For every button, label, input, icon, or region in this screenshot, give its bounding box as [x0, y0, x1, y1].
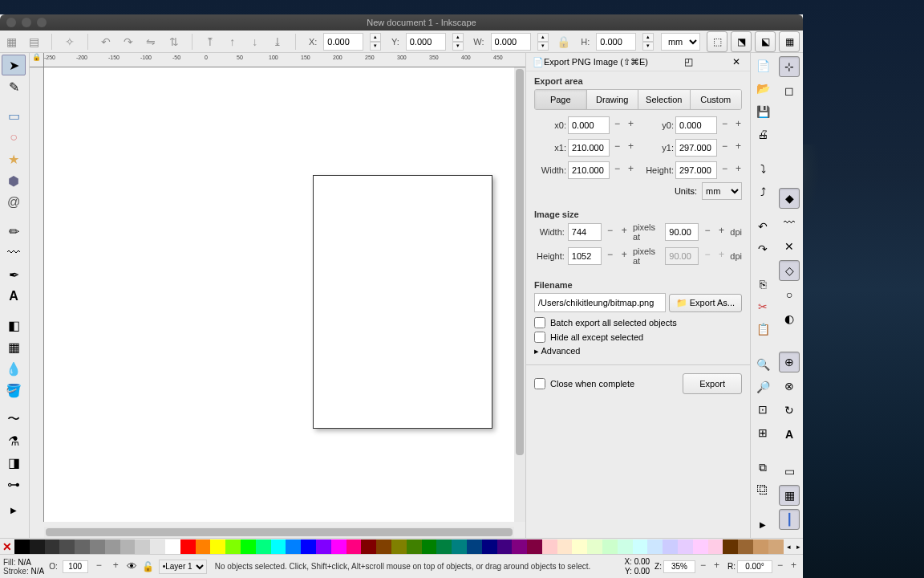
color-swatch[interactable] — [210, 539, 225, 554]
close-window[interactable] — [6, 18, 16, 27]
x-input[interactable] — [323, 33, 363, 51]
rotation-input[interactable] — [737, 560, 772, 573]
3dbox-tool[interactable]: ⬢ — [2, 170, 26, 191]
export-width-input[interactable] — [568, 161, 610, 179]
canvas-scrollbar-horizontal[interactable] — [44, 527, 514, 538]
color-swatch[interactable] — [557, 539, 573, 554]
iw-minus[interactable]: − — [605, 225, 616, 239]
snap-midpoint-icon[interactable]: ◐ — [779, 308, 800, 329]
raise-top-icon[interactable]: ⤒ — [202, 33, 218, 51]
d1-plus[interactable]: + — [716, 225, 727, 239]
color-swatch[interactable] — [120, 539, 136, 554]
rotate-cw-icon[interactable]: ↷ — [120, 33, 136, 51]
d1-minus[interactable]: − — [702, 225, 713, 239]
circle-tool[interactable]: ○ — [2, 127, 26, 148]
export-filename-input[interactable] — [534, 293, 666, 312]
export-tab-custom[interactable]: Custom — [691, 90, 742, 109]
lower-icon[interactable]: ↓ — [247, 33, 263, 51]
color-swatch[interactable] — [225, 539, 241, 554]
h-input[interactable] — [596, 33, 636, 51]
export-tab-page[interactable]: Page — [535, 90, 587, 109]
star-tool[interactable]: ★ — [2, 149, 26, 169]
ruler-lock-icon[interactable]: 🔒 — [30, 53, 44, 67]
paint-bucket-tool[interactable]: 🪣 — [2, 380, 26, 401]
snap-rotation-icon[interactable]: ↻ — [779, 400, 800, 421]
export-units-select[interactable]: mm — [702, 182, 742, 200]
color-swatch[interactable] — [407, 539, 422, 554]
x0-plus[interactable]: + — [625, 118, 637, 132]
unit-select[interactable]: mm — [661, 33, 700, 51]
color-swatch[interactable] — [497, 539, 513, 554]
color-swatch[interactable] — [512, 539, 527, 554]
y-up[interactable]: ▴ — [452, 33, 464, 42]
color-swatch[interactable] — [90, 539, 105, 554]
gradient-tool[interactable]: ◧ — [2, 315, 26, 336]
dropper-tool[interactable]: 💧 — [2, 358, 26, 379]
snap-text-icon[interactable]: A — [779, 424, 800, 445]
connector-tool[interactable]: ⊶ — [2, 474, 26, 495]
snap-page-icon[interactable]: ▭ — [779, 461, 800, 482]
ih-plus[interactable]: + — [618, 249, 630, 263]
snap-bbox-icon[interactable]: ◻ — [779, 80, 800, 101]
eraser-tool[interactable]: ◨ — [2, 452, 26, 473]
color-swatch[interactable] — [301, 539, 316, 554]
color-swatch[interactable] — [346, 539, 362, 554]
lock-aspect-icon[interactable]: 🔒 — [555, 33, 571, 51]
z-plus[interactable]: + — [711, 560, 723, 574]
spiral-tool[interactable]: @ — [2, 192, 26, 213]
zoom-input[interactable] — [663, 560, 695, 573]
export-icon[interactable]: ⤴ — [752, 182, 773, 201]
clone-icon[interactable]: ⿻ — [752, 480, 773, 499]
x-up[interactable]: ▴ — [370, 33, 381, 42]
mesh-tool[interactable]: ▦ — [2, 336, 26, 357]
h-plus[interactable]: + — [732, 163, 744, 177]
palette-scroll-left[interactable]: ◂ — [784, 539, 793, 554]
batch-export-checkbox[interactable] — [534, 317, 545, 328]
x0-minus[interactable]: − — [611, 118, 623, 132]
export-tab-selection[interactable]: Selection — [638, 90, 691, 109]
text-tool[interactable]: A — [2, 286, 26, 307]
color-swatch[interactable] — [316, 539, 331, 554]
affect-corners-icon[interactable]: ⬔ — [731, 31, 752, 52]
color-swatch[interactable] — [663, 539, 678, 554]
vertical-ruler[interactable] — [30, 67, 44, 522]
snap-other-icon[interactable]: ⊕ — [779, 352, 800, 372]
palette-no-color[interactable]: ✕ — [0, 539, 14, 554]
export-y0-input[interactable] — [675, 116, 717, 134]
iw-plus[interactable]: + — [618, 225, 630, 239]
y1-plus[interactable]: + — [732, 140, 744, 155]
z-minus[interactable]: − — [697, 560, 709, 574]
export-x0-input[interactable] — [568, 116, 610, 134]
visibility-icon[interactable]: 👁 — [127, 560, 137, 572]
affect-pattern-icon[interactable]: ▦ — [779, 31, 800, 52]
x1-minus[interactable]: − — [611, 140, 623, 155]
color-swatch[interactable] — [482, 539, 497, 554]
calligraphy-tool[interactable]: ✒ — [2, 264, 26, 285]
paste-icon[interactable]: 📋 — [752, 320, 773, 339]
zoom-in-icon[interactable]: 🔍 — [752, 355, 773, 374]
color-swatch[interactable] — [618, 539, 633, 554]
color-swatch[interactable] — [708, 539, 723, 554]
color-swatch[interactable] — [647, 539, 663, 554]
copy-icon[interactable]: ⎘ — [752, 275, 773, 294]
color-swatch[interactable] — [196, 539, 211, 554]
color-swatch[interactable] — [587, 539, 602, 554]
selector-tool[interactable]: ➤ — [2, 55, 26, 75]
bezier-tool[interactable]: 〰 — [2, 242, 26, 263]
color-swatch[interactable] — [753, 539, 768, 554]
affect-gradient-icon[interactable]: ⬕ — [755, 31, 776, 52]
color-swatch[interactable] — [361, 539, 376, 554]
color-swatch[interactable] — [14, 539, 30, 554]
r-minus[interactable]: − — [774, 560, 786, 574]
deselect-icon[interactable]: ✧ — [62, 33, 78, 51]
color-swatch[interactable] — [678, 539, 693, 554]
snap-intersect-icon[interactable]: ✕ — [779, 236, 800, 257]
color-swatch[interactable] — [602, 539, 618, 554]
undo-icon[interactable]: ↶ — [752, 217, 773, 236]
print-icon[interactable]: 🖨 — [752, 124, 773, 144]
h-up[interactable]: ▴ — [642, 33, 654, 42]
color-swatch[interactable] — [241, 539, 256, 554]
snap-smooth-icon[interactable]: ○ — [779, 284, 800, 305]
w-up[interactable]: ▴ — [537, 33, 549, 42]
color-swatch[interactable] — [256, 539, 271, 554]
